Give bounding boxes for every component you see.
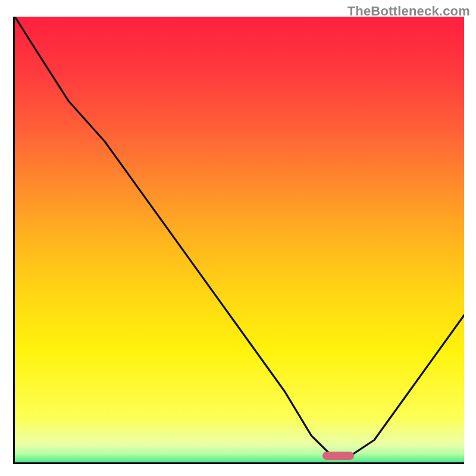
- bottleneck-chart: TheBottleneck.com: [0, 0, 476, 476]
- optimal-marker: [322, 452, 354, 460]
- plot-area: [13, 17, 464, 464]
- curve-line: [15, 17, 464, 462]
